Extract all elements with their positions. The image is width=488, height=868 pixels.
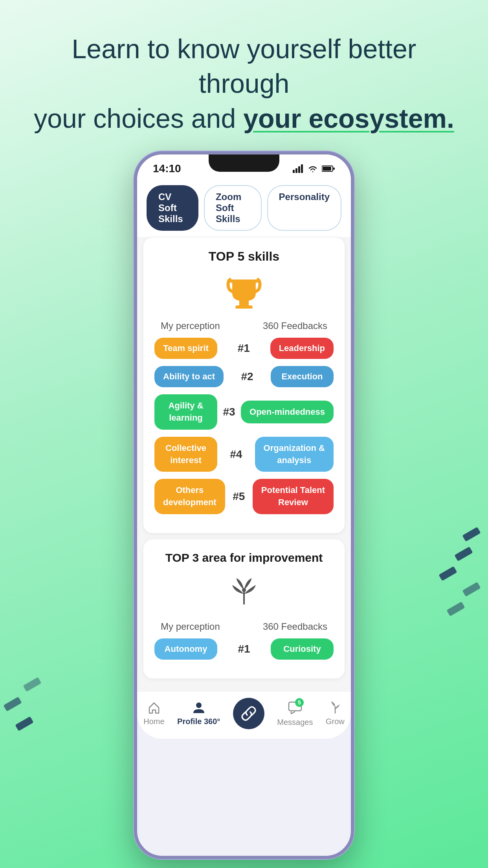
- my-skill-2: Ability to act: [154, 366, 224, 387]
- improvement-rank-1: #1: [236, 643, 252, 655]
- grow-icon: [328, 701, 342, 715]
- improvement-my-skill-1: Autonomy: [154, 638, 217, 660]
- skill-row-2: Ability to act #2 Execution: [153, 366, 335, 387]
- status-bar: 14:10: [137, 154, 351, 179]
- svg-point-12: [242, 588, 246, 592]
- phone-frame: 14:10: [0, 151, 488, 859]
- tab-personality[interactable]: Personality: [267, 185, 341, 231]
- trophy-icon: [224, 272, 264, 311]
- battery-icon: [322, 165, 335, 172]
- improvement-my-perception-label: My perception: [161, 621, 220, 632]
- my-skill-1: Team spirit: [154, 338, 217, 359]
- top3-title: TOP 3 area for improvement: [153, 551, 335, 565]
- lotus-icon: [224, 572, 264, 612]
- nav-messages[interactable]: 5 Messages: [277, 700, 313, 727]
- svg-point-13: [196, 702, 202, 708]
- signal-icon: [293, 164, 304, 173]
- decoration-left: [4, 668, 59, 727]
- skill-row-1: Team spirit #1 Leadership: [153, 338, 335, 359]
- phone-device: 14:10: [134, 151, 354, 859]
- nav-profile-label: Profile 360°: [177, 717, 220, 726]
- rank-3: #3: [221, 406, 237, 418]
- nav-center-button[interactable]: [233, 698, 264, 729]
- nav-center[interactable]: [233, 698, 264, 729]
- nav-messages-label: Messages: [277, 718, 313, 727]
- rank-1: #1: [236, 342, 251, 355]
- improvement-col-headers: My perception 360 Feedbacks: [153, 621, 335, 632]
- header-section: Learn to know yourself better through yo…: [0, 0, 488, 151]
- nav-grow-label: Grow: [326, 717, 345, 726]
- header-line1: Learn to know yourself better through: [72, 34, 416, 98]
- rank-5: #5: [231, 490, 247, 503]
- their-skill-5: Potential Talent Review: [253, 479, 334, 514]
- status-icons: [293, 164, 335, 173]
- messages-badge: 5: [295, 698, 304, 707]
- skill-row-3: Agility & learning #3 Open-mindedness: [153, 394, 335, 430]
- svg-rect-1: [295, 168, 297, 173]
- tab-cv-soft-skills[interactable]: CV Soft Skills: [147, 185, 198, 231]
- bottom-nav: Home Profile 360°: [137, 691, 351, 739]
- improvement-feedbacks-label: 360 Feedbacks: [263, 621, 327, 632]
- nav-profile[interactable]: Profile 360°: [177, 701, 220, 726]
- content-area: TOP 5 skills: [137, 237, 351, 691]
- improvement-row-1: Autonomy #1 Curiosity: [153, 638, 335, 660]
- phone-notch: [209, 154, 279, 172]
- trophy-wrapper: [153, 272, 335, 311]
- profile-icon: [192, 701, 206, 715]
- top3-card: TOP 3 area for improvement: [143, 539, 345, 679]
- top5-card: TOP 5 skills: [143, 237, 345, 533]
- decoration-right: [425, 531, 480, 609]
- improvement-their-skill-1: Curiosity: [271, 638, 334, 660]
- header-highlight: your ecosystem.: [243, 103, 454, 133]
- nav-home-label: Home: [143, 717, 164, 726]
- wifi-icon: [308, 165, 318, 173]
- skill-row-4: Collective interest #4 Organization & an…: [153, 437, 335, 472]
- rank-4: #4: [228, 448, 244, 461]
- svg-rect-0: [293, 170, 295, 173]
- tab-zoom-soft-skills[interactable]: Zoom Soft Skills: [204, 185, 262, 231]
- svg-rect-8: [235, 305, 253, 309]
- svg-rect-2: [298, 166, 300, 173]
- my-skill-4: Collective interest: [154, 437, 217, 472]
- skill-row-5: Others development #5 Potential Talent R…: [153, 479, 335, 514]
- messages-icon-wrapper: 5: [288, 700, 302, 715]
- feedbacks-label: 360 Feedbacks: [263, 320, 327, 331]
- top5-title: TOP 5 skills: [153, 249, 335, 264]
- their-skill-2: Execution: [271, 366, 334, 387]
- their-skill-1: Leadership: [270, 338, 334, 359]
- svg-rect-5: [323, 167, 331, 171]
- col-headers: My perception 360 Feedbacks: [153, 320, 335, 331]
- svg-rect-11: [239, 300, 249, 304]
- their-skill-3: Open-mindedness: [241, 401, 334, 424]
- tab-bar: CV Soft Skills Zoom Soft Skills Personal…: [137, 179, 351, 237]
- header-line2: your choices and: [34, 103, 243, 133]
- home-icon: [147, 701, 161, 715]
- my-skill-3: Agility & learning: [154, 394, 217, 430]
- nav-home[interactable]: Home: [143, 701, 164, 726]
- link-icon: [241, 706, 257, 721]
- lotus-wrapper: [153, 572, 335, 612]
- my-skill-5: Others development: [154, 479, 225, 514]
- nav-grow[interactable]: Grow: [326, 701, 345, 726]
- rank-2: #2: [239, 370, 255, 383]
- svg-rect-6: [333, 167, 335, 170]
- svg-rect-3: [301, 164, 303, 173]
- status-time: 14:10: [153, 162, 181, 175]
- their-skill-4: Organization & analysis: [255, 437, 334, 472]
- my-perception-label: My perception: [161, 320, 220, 331]
